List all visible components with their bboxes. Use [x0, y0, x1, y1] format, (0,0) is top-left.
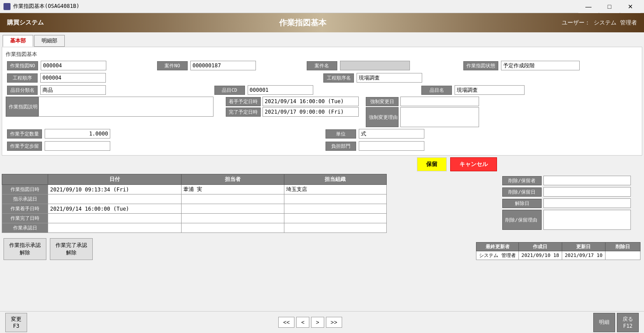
prev-button[interactable]: <	[296, 317, 309, 328]
row-date-2: 2021/09/14 16:00:00 (Tue)	[48, 204, 182, 214]
row-soshiki-1	[284, 194, 386, 204]
sakugyo-kanryo-shonin-button[interactable]: 作業完了承認 解除	[50, 238, 93, 260]
form-row6: 作業予定歩留 負担部門	[6, 140, 638, 152]
sakujyo-horyubi-input[interactable]	[543, 187, 631, 197]
sakugyo-yotei-hodome-input[interactable]	[45, 141, 110, 151]
info-row: システム 管理者 2021/09/10 18 2021/09/17 10	[476, 251, 640, 260]
nav-buttons: << < > >>	[278, 317, 342, 328]
date-header: 日付	[48, 174, 182, 185]
chakushu-yotei-date-input[interactable]	[262, 97, 359, 106]
cancel-button[interactable]: キャンセル	[450, 157, 497, 171]
info-value-2: 2021/09/17 10	[562, 251, 605, 260]
app-icon	[4, 3, 10, 10]
kyosei-henkou-riyu-textarea[interactable]	[400, 107, 479, 127]
futan-bumon-input[interactable]	[359, 141, 424, 151]
section-title: 作業指図基本	[6, 51, 638, 58]
title-bar-left: 作業指図基本(OSAG4081B)	[4, 3, 79, 10]
minimize-button[interactable]: —	[578, 0, 598, 13]
sakugyo-shizu-setumei-textarea[interactable]	[38, 97, 214, 117]
hinmoku-cd-label: 品目CD	[214, 86, 245, 95]
form-row5: 作業予定数量 単位	[6, 128, 638, 139]
table-row: 指示承認日	[2, 194, 387, 204]
kaijyobi-label: 解除日	[502, 199, 542, 208]
tab-kihonbu[interactable]: 基本部	[3, 35, 33, 47]
sakujyo-horyusha-input[interactable]	[543, 176, 631, 185]
row-tanto-4	[182, 223, 284, 233]
hinmoku-bunrui-mei-input[interactable]	[40, 85, 106, 95]
anken-no-input[interactable]	[190, 61, 256, 70]
table-row: 作業承認日	[2, 223, 387, 233]
form-row2: 工程順序 工程順序名	[6, 72, 638, 83]
row-soshiki-2	[284, 204, 386, 214]
tracking-table: 日付 担当者 担当組織 作業指図日時 2021/09/10 09:13:34 (…	[2, 174, 387, 233]
form-row1: 作業指図NO 案件NO 案件名 作業指図状態	[6, 60, 638, 71]
meisai-button[interactable]: 明細	[593, 313, 615, 332]
row-label-2: 作業着手日時	[2, 204, 48, 214]
sakugyo-shizu-setumei-label: 作業指図説明	[6, 97, 38, 117]
horyuu-button[interactable]: 保留	[417, 157, 447, 171]
tani-label: 単位	[326, 129, 356, 139]
sakugyo-shizu-jotai-label: 作業指図状態	[463, 61, 498, 70]
close-button[interactable]: ✕	[620, 0, 640, 13]
kyosei-henkou-riyu-label: 強制変更理由	[366, 107, 399, 127]
form-row3: 品目分類名 品目CD 品目名	[6, 84, 638, 96]
sakujyo-horyubi-label: 削除/保留日	[502, 187, 542, 197]
sakugyo-shizu-jotai-input[interactable]	[501, 61, 580, 70]
row-soshiki-4	[284, 223, 386, 233]
tanto-header: 担当者	[182, 174, 284, 185]
info-header-1: 作成日	[518, 243, 562, 251]
row-tanto-2	[182, 204, 284, 214]
koteijunjo-label: 工程順序	[7, 73, 38, 83]
hinmoku-cd-input[interactable]	[248, 85, 313, 95]
anken-mei-input[interactable]	[340, 61, 410, 70]
info-value-1: 2021/09/10 18	[518, 251, 562, 260]
title-bar: 作業指図基本(OSAG4081B) — □ ✕	[0, 0, 644, 13]
title-bar-title: 作業指図基本(OSAG4081B)	[13, 3, 79, 10]
hinmoku-mei-input[interactable]	[455, 85, 525, 95]
row-tanto-0: 葦浦 実	[182, 185, 284, 194]
last-button[interactable]: >>	[326, 317, 342, 328]
row-date-4	[48, 223, 182, 233]
koteijunjo-mei-input[interactable]	[357, 73, 422, 83]
sakugyo-shizu-shonin-button[interactable]: 作業指示承認 解除	[4, 238, 46, 260]
info-header-0: 最終更新者	[476, 243, 519, 251]
sakugyo-shizu-no-label: 作業指図NO	[7, 61, 38, 70]
table-row: 作業着手日時 2021/09/14 16:00:00 (Tue)	[2, 204, 387, 214]
row-date-0: 2021/09/10 09:13:34 (Fri)	[48, 185, 182, 194]
form-row4: 作業指図説明 着手予定日時 完了予定日時 強制変更日	[6, 97, 638, 127]
kanryo-yotei-date-label: 完了予定日時	[226, 108, 261, 117]
row-label-1: 指示承認日	[2, 194, 48, 204]
koteijunjo-input[interactable]	[40, 73, 106, 83]
tanto-soshiki-header: 担当組織	[284, 174, 386, 185]
modoru-button[interactable]: 戻る F12	[617, 313, 639, 332]
table-row: 作業完了日時	[2, 214, 387, 223]
row-date-1	[48, 194, 182, 204]
tani-input[interactable]	[359, 129, 424, 139]
table-row: 作業指図日時 2021/09/10 09:13:34 (Fri) 葦浦 実 埼玉…	[2, 185, 387, 194]
maximize-button[interactable]: □	[599, 0, 620, 13]
main-section: 作業指図基本 作業指図NO 案件NO 案件名 作業指図状態 工程順序 工程順序名	[2, 47, 642, 156]
anken-no-label: 案件NO	[157, 61, 188, 70]
info-value-0: システム 管理者	[476, 251, 519, 260]
row-label-0: 作業指図日時	[2, 185, 48, 194]
next-button[interactable]: >	[311, 317, 324, 328]
tab-bar: 基本部 明細部	[0, 32, 644, 47]
kanryo-yotei-date-input[interactable]	[262, 107, 359, 117]
futan-bumon-label: 負担部門	[326, 142, 356, 151]
sakugyo-yotei-suuryo-input[interactable]	[45, 129, 110, 139]
sakujyo-horyu-riyu-label: 削除/保留理由	[502, 210, 542, 230]
sakujyo-horyu-riyu-textarea[interactable]	[543, 210, 631, 230]
henkou-button[interactable]: 変更 F3	[5, 313, 27, 332]
kyosei-henkou-date-input[interactable]	[400, 97, 479, 106]
row-soshiki-0: 埼玉支店	[284, 185, 386, 194]
info-value-3	[606, 251, 640, 260]
sakugyo-shizu-no-input[interactable]	[41, 61, 106, 70]
kaijyobi-input[interactable]	[543, 198, 631, 208]
first-button[interactable]: <<	[278, 317, 294, 328]
sakugyo-yotei-suuryo-label: 作業予定数量	[7, 129, 42, 139]
row-tanto-3	[182, 214, 284, 223]
page-title: 作業指図基本	[279, 17, 326, 28]
koteijunjo-mei-label: 工程順序名	[323, 73, 354, 83]
tab-meisaibu[interactable]: 明細部	[34, 35, 65, 47]
row-label-4: 作業承認日	[2, 223, 48, 233]
